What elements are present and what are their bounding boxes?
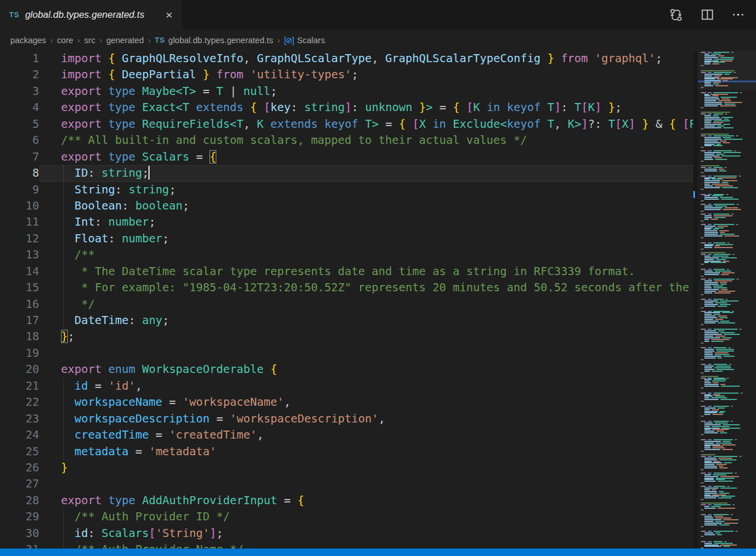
code-line[interactable]: 28export type AddAuthProviderInput = { — [0, 493, 693, 509]
code-line[interactable]: 18}; — [0, 329, 693, 345]
line-number: 15 — [0, 280, 39, 296]
line-number: 30 — [0, 525, 39, 542]
tab-global-db-types[interactable]: TS global.db.types.generated.ts × — [0, 0, 182, 29]
code-editor[interactable]: 1import { GraphQLResolveInfo, GraphQLSca… — [0, 51, 693, 549]
text-cursor — [148, 166, 150, 180]
indent-guide — [63, 280, 64, 296]
typescript-file-icon: TS — [155, 36, 165, 44]
tab-bar: TS global.db.types.generated.ts × — [0, 0, 756, 29]
breadcrumb-item-src[interactable]: src — [84, 36, 95, 45]
line-number: 31 — [0, 542, 39, 549]
breadcrumb-item-generated[interactable]: generated — [106, 36, 144, 45]
line-number: 11 — [0, 214, 39, 230]
code-line[interactable]: 11 Int: number; — [0, 214, 693, 230]
indent-guide — [63, 411, 64, 427]
chevron-right-icon: › — [77, 35, 80, 45]
line-number: 8 — [0, 165, 39, 181]
indent-guide — [63, 444, 64, 460]
breadcrumb-item-file[interactable]: TS global.db.types.generated.ts — [155, 36, 273, 45]
code-line[interactable]: 19 — [0, 345, 693, 361]
line-number: 5 — [0, 116, 39, 132]
line-number: 20 — [0, 361, 39, 378]
code-line[interactable]: 16 */ — [0, 296, 693, 313]
typescript-file-icon: TS — [9, 10, 20, 19]
code-line[interactable]: 8 ID: string; — [0, 165, 693, 181]
close-icon[interactable]: × — [163, 9, 175, 21]
indent-guide — [63, 525, 64, 542]
code-line[interactable]: 24 createdTime = 'createdTime', — [0, 427, 693, 443]
code-line[interactable]: 2import { DeepPartial } from 'utility-ty… — [0, 67, 693, 83]
code-line[interactable]: 1import { GraphQLResolveInfo, GraphQLSca… — [0, 51, 693, 67]
indent-guide — [63, 231, 64, 247]
code-line[interactable]: 14 * The DateTime scalar type represents… — [0, 264, 693, 280]
split-editor-icon[interactable] — [700, 7, 715, 22]
code-line[interactable]: 26} — [0, 460, 693, 476]
indent-guide — [63, 378, 64, 394]
line-number: 13 — [0, 247, 39, 263]
chevron-right-icon: › — [50, 35, 53, 45]
line-number: 9 — [0, 182, 39, 198]
line-number: 25 — [0, 444, 39, 460]
line-number: 27 — [0, 476, 39, 492]
line-number: 1 — [0, 51, 39, 67]
code-line[interactable]: 29 /** Auth Provider ID */ — [0, 509, 693, 525]
indent-guide — [63, 214, 64, 230]
indent-guide — [63, 198, 64, 214]
indent-guide — [63, 542, 64, 549]
indent-guide — [63, 394, 64, 410]
line-number: 16 — [0, 296, 39, 313]
code-line[interactable]: 21 id = 'id', — [0, 378, 693, 394]
code-line[interactable]: 23 workspaceDescription = 'workspaceDesc… — [0, 411, 693, 427]
line-number: 14 — [0, 264, 39, 280]
open-changes-icon[interactable] — [669, 7, 684, 22]
indent-guide — [63, 165, 64, 181]
code-line[interactable]: 17 DateTime: any; — [0, 313, 693, 329]
indent-guide — [63, 247, 64, 263]
line-number: 22 — [0, 394, 39, 410]
code-line[interactable]: 4export type Exact<T extends { [key: str… — [0, 100, 693, 116]
chevron-right-icon: › — [277, 35, 280, 45]
line-number: 29 — [0, 509, 39, 525]
code-line[interactable]: 9 String: string; — [0, 182, 693, 198]
code-line[interactable]: 22 workspaceName = 'workspaceName', — [0, 394, 693, 410]
line-number: 10 — [0, 198, 39, 214]
breadcrumb: packages›core›src›generated› TS global.d… — [0, 29, 756, 51]
line-number: 17 — [0, 313, 39, 329]
tab-title: global.db.types.generated.ts — [25, 9, 158, 20]
code-line[interactable]: 20export enum WorkspaceOrderable { — [0, 361, 693, 378]
line-number: 21 — [0, 378, 39, 394]
code-line[interactable]: 3export type Maybe<T> = T | null; — [0, 83, 693, 100]
line-number: 23 — [0, 411, 39, 427]
indent-guide — [63, 264, 64, 280]
symbol-type-icon: [⊘] — [284, 36, 294, 45]
more-actions-icon[interactable] — [731, 7, 746, 22]
line-number: 6 — [0, 132, 39, 148]
breadcrumb-item-core[interactable]: core — [57, 36, 73, 45]
code-line[interactable]: 12 Float: number; — [0, 231, 693, 247]
indent-guide — [63, 313, 64, 329]
chevron-right-icon: › — [148, 35, 151, 45]
code-line[interactable]: 7export type Scalars = { — [0, 149, 693, 165]
minimap[interactable] — [698, 51, 756, 549]
indent-guide — [63, 296, 64, 313]
breadcrumb-item-symbol[interactable]: [⊘] Scalars — [284, 36, 325, 45]
line-number: 7 — [0, 149, 39, 165]
code-line[interactable]: 6/** All built-in and custom scalars, ma… — [0, 132, 693, 148]
line-number: 19 — [0, 345, 39, 361]
breadcrumb-item-packages[interactable]: packages — [10, 36, 46, 45]
code-line[interactable]: 27 — [0, 476, 693, 492]
code-line[interactable]: 25 metadata = 'metadata' — [0, 444, 693, 460]
line-number: 18 — [0, 329, 39, 345]
code-line[interactable]: 31 /** Auth Provider Name */ — [0, 542, 693, 549]
code-line[interactable]: 13 /** — [0, 247, 693, 263]
indent-guide — [63, 509, 64, 525]
line-number: 12 — [0, 231, 39, 247]
indent-guide — [63, 182, 64, 198]
code-line[interactable]: 30 id: Scalars['String']; — [0, 525, 693, 542]
indent-guide — [63, 427, 64, 443]
code-line[interactable]: 15 * For example: "1985-04-12T23:20:50.5… — [0, 280, 693, 296]
code-line[interactable]: 10 Boolean: boolean; — [0, 198, 693, 214]
line-number: 2 — [0, 67, 39, 83]
minimap-gutter-shadow — [693, 51, 698, 549]
code-line[interactable]: 5export type RequireFields<T, K extends … — [0, 116, 693, 132]
